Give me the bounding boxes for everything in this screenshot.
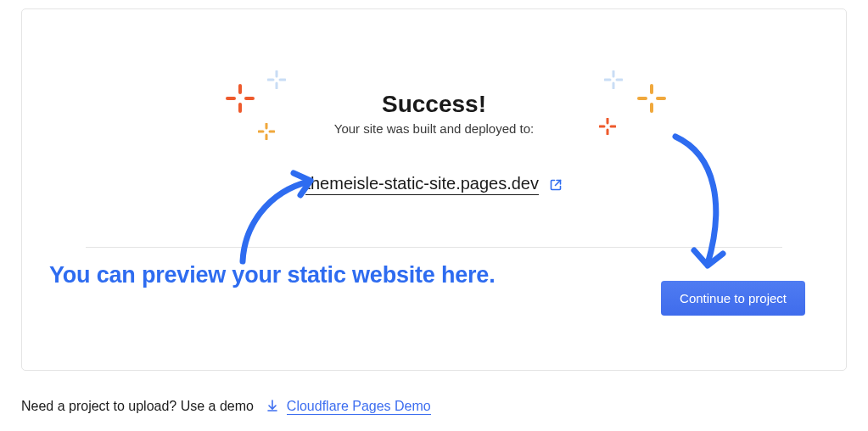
- sparkle-icon: [267, 70, 286, 89]
- annotation-preview-hint: You can preview your static website here…: [49, 262, 496, 288]
- footer-prompt: Need a project to upload? Use a demo: [21, 399, 254, 413]
- continue-to-project-button[interactable]: Continue to project: [661, 281, 805, 316]
- success-subtitle: Your site was built and deployed to:: [22, 121, 846, 136]
- success-title: Success!: [22, 91, 846, 118]
- download-icon: [266, 399, 279, 416]
- external-link-icon[interactable]: [549, 178, 563, 192]
- footer-demo-row: Need a project to upload? Use a demo Clo…: [21, 399, 431, 416]
- divider: [86, 247, 782, 248]
- sparkle-icon: [604, 70, 623, 89]
- deployed-url-row: themeisle-static-site.pages.dev: [22, 174, 846, 193]
- success-card: Success! Your site was built and deploye…: [21, 8, 847, 371]
- arrow-annotation-icon: [665, 130, 750, 283]
- cloudflare-pages-demo-link[interactable]: Cloudflare Pages Demo: [287, 399, 431, 415]
- deployed-url-link[interactable]: themeisle-static-site.pages.dev: [305, 174, 539, 195]
